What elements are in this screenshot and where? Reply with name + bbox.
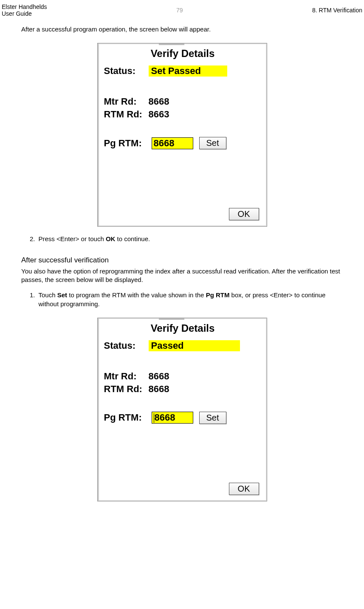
mtr-rd-value: 8668 bbox=[149, 96, 169, 107]
pg-rtm-input[interactable]: 8668 bbox=[152, 137, 193, 149]
verify-details-screen-2: Verify Details Status: Passed Mtr Rd: 86… bbox=[97, 318, 267, 501]
rtm-rd-label: RTM Rd: bbox=[104, 109, 149, 120]
status-value: Set Passed bbox=[149, 65, 227, 77]
step-2: 2. Press <Enter> or touch OK to continue… bbox=[30, 234, 343, 243]
set-button[interactable]: Set bbox=[199, 412, 226, 424]
after-success-para: You also have the option of reprogrammin… bbox=[21, 267, 343, 285]
pg-rtm-label: Pg RTM: bbox=[104, 412, 152, 423]
screen-inner: Verify Details Status: Passed Mtr Rd: 86… bbox=[98, 318, 267, 501]
rtm-rd-value: 8668 bbox=[149, 384, 169, 395]
spacer bbox=[104, 122, 262, 137]
mtr-rd-label: Mtr Rd: bbox=[104, 371, 149, 382]
doc-title-line2: User Guide bbox=[2, 10, 47, 17]
step-text: Press <Enter> or touch OK to continue. bbox=[39, 234, 150, 243]
spacer bbox=[104, 353, 262, 371]
rtm-rd-label: RTM Rd: bbox=[104, 384, 149, 395]
step-1b: 1. Touch Set to program the RTM with the… bbox=[30, 290, 343, 308]
status-value: Passed bbox=[149, 340, 240, 351]
set-button[interactable]: Set bbox=[199, 137, 226, 149]
doc-title-line1: Elster Handhelds bbox=[2, 3, 47, 10]
mtr-rd-value: 8668 bbox=[149, 371, 169, 382]
pg-rtm-label: Pg RTM: bbox=[104, 138, 152, 149]
step-list-2: 1. Touch Set to program the RTM with the… bbox=[21, 290, 343, 308]
pg-rtm-row: Pg RTM: 8668 Set bbox=[104, 412, 262, 424]
page-header: Elster Handhelds User Guide 79 8. RTM Ve… bbox=[0, 0, 364, 26]
content-area: After a successful program operation, th… bbox=[0, 26, 364, 522]
ok-row: OK bbox=[104, 483, 262, 495]
after-success-heading: After successful verification bbox=[21, 256, 343, 265]
step-number: 2. bbox=[30, 234, 35, 243]
rtm-rd-row: RTM Rd: 8663 bbox=[104, 109, 262, 120]
ok-button[interactable]: OK bbox=[229, 208, 259, 220]
screen-title: Verify Details bbox=[104, 322, 262, 334]
mtr-rd-row: Mtr Rd: 8668 bbox=[104, 96, 262, 107]
step-text: Touch Set to program the RTM with the va… bbox=[39, 290, 343, 308]
pg-rtm-input[interactable]: 8668 bbox=[152, 412, 193, 424]
section-name: 8. RTM Verification bbox=[312, 3, 362, 14]
pg-rtm-row: Pg RTM: 8668 Set bbox=[104, 137, 262, 149]
intro-text: After a successful program operation, th… bbox=[21, 26, 343, 33]
mtr-rd-label: Mtr Rd: bbox=[104, 96, 149, 107]
rtm-rd-row: RTM Rd: 8668 bbox=[104, 384, 262, 395]
status-row: Status: Passed bbox=[104, 340, 262, 351]
mtr-rd-row: Mtr Rd: 8668 bbox=[104, 371, 262, 382]
verify-details-screen-1: Verify Details Status: Set Passed Mtr Rd… bbox=[97, 43, 267, 227]
screen-title: Verify Details bbox=[104, 48, 262, 60]
status-label: Status: bbox=[104, 340, 149, 351]
status-label: Status: bbox=[104, 65, 149, 77]
ok-row: OK bbox=[104, 208, 262, 220]
ok-button[interactable]: OK bbox=[229, 483, 259, 495]
text-caret-icon bbox=[154, 413, 154, 423]
rtm-rd-value: 8663 bbox=[149, 109, 169, 120]
step-list-1: 2. Press <Enter> or touch OK to continue… bbox=[21, 234, 343, 243]
spacer bbox=[104, 396, 262, 412]
step-number: 1. bbox=[30, 290, 35, 308]
spacer bbox=[104, 78, 262, 96]
screen-inner: Verify Details Status: Set Passed Mtr Rd… bbox=[98, 43, 267, 226]
page-number: 79 bbox=[47, 3, 312, 14]
header-left: Elster Handhelds User Guide bbox=[2, 3, 47, 17]
status-row: Status: Set Passed bbox=[104, 65, 262, 77]
